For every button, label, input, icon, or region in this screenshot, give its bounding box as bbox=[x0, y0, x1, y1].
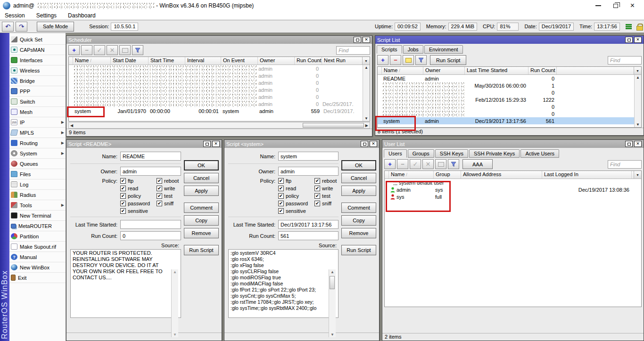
checkbox-checked-icon[interactable]: ✔ bbox=[120, 193, 126, 199]
checkbox-checked-icon[interactable]: ✔ bbox=[314, 178, 320, 184]
restore-icon[interactable] bbox=[203, 141, 211, 147]
scrollbar-thumb[interactable] bbox=[303, 123, 364, 128]
horizontal-scrollbar[interactable]: ◀ ▶ bbox=[68, 122, 370, 129]
checkbox-checked-icon[interactable]: ✔ bbox=[157, 178, 162, 184]
checkbox-checked-icon[interactable]: ✔ bbox=[314, 201, 320, 206]
sidebar-item-files[interactable]: Files bbox=[9, 169, 66, 179]
source-textarea[interactable]: :glo systemV 30RC4 :glo rosX 6346; :glo … bbox=[228, 249, 339, 318]
comment-button[interactable] bbox=[119, 45, 131, 55]
col-group[interactable]: Group bbox=[434, 171, 461, 179]
sidebar-item-queues[interactable]: Queues bbox=[9, 159, 66, 169]
sidebar-item-mesh[interactable]: Mesh bbox=[9, 107, 66, 117]
col-on-event[interactable]: On Event bbox=[221, 57, 258, 65]
sidebar-item-interfaces[interactable]: Interfaces bbox=[9, 55, 66, 65]
checkbox-checked-icon[interactable]: ✔ bbox=[314, 193, 320, 199]
copy-button[interactable]: Copy bbox=[184, 215, 219, 226]
source-textarea[interactable]: YOUR ROUTER IS PROTECTED. REINSTALLING S… bbox=[70, 249, 181, 318]
scrollbar-thumb[interactable] bbox=[330, 276, 335, 289]
vertical-scrollbar[interactable]: ▲ ▼ bbox=[363, 65, 370, 121]
policy-sniff[interactable]: ✔sniff bbox=[314, 201, 337, 206]
col-next-run[interactable]: Next Run bbox=[322, 57, 355, 65]
sidebar-item-mpls[interactable]: MPLS▶ bbox=[9, 128, 66, 138]
scroll-down-icon[interactable]: ▼ bbox=[364, 116, 368, 121]
filter-button[interactable] bbox=[132, 45, 143, 55]
tab-jobs[interactable]: Jobs bbox=[403, 45, 423, 54]
ok-button[interactable]: OK bbox=[341, 160, 376, 170]
checkbox-checked-icon[interactable]: ✔ bbox=[120, 178, 126, 184]
apply-button[interactable]: Apply bbox=[184, 186, 219, 196]
table-row[interactable]: admin0 bbox=[69, 86, 370, 93]
sidebar-item-wireless[interactable]: Wireless bbox=[9, 65, 66, 76]
col-last-time-started[interactable]: Last Time Started bbox=[465, 67, 528, 74]
tab-groups[interactable]: Groups bbox=[408, 149, 434, 158]
add-button[interactable]: + bbox=[377, 55, 388, 65]
tab-ssh-keys[interactable]: SSH Keys bbox=[435, 149, 468, 158]
apply-button[interactable]: Apply bbox=[341, 186, 376, 196]
run-script-button[interactable]: Run Script bbox=[341, 245, 376, 255]
scroll-down-icon[interactable]: ▼ bbox=[330, 333, 334, 337]
checkbox-checked-icon[interactable]: ✔ bbox=[120, 186, 126, 191]
col-owner[interactable]: Owner bbox=[423, 67, 465, 74]
policy-read[interactable]: ✔read bbox=[120, 186, 150, 191]
sidebar-item-tools[interactable]: Tools▶ bbox=[9, 200, 66, 211]
policy-policy[interactable]: ✔policy bbox=[120, 193, 150, 199]
col-interval[interactable]: Interval bbox=[185, 57, 221, 65]
cancel-button[interactable]: Cancel bbox=[184, 173, 219, 183]
script-system-titlebar[interactable]: Script <system> ✕ bbox=[224, 140, 379, 148]
column-dropdown-icon[interactable]: ▼ bbox=[634, 171, 641, 179]
sidebar-item-make-supout[interactable]: Make Supout.rif bbox=[9, 242, 66, 252]
table-row[interactable]: admin0 bbox=[69, 65, 370, 72]
checkbox-checked-icon[interactable]: ✔ bbox=[157, 193, 162, 199]
disable-button[interactable]: ✕ bbox=[422, 159, 434, 169]
column-dropdown-icon[interactable]: ▼ bbox=[362, 57, 370, 65]
table-row[interactable]: 0 bbox=[378, 110, 641, 117]
script-readme-titlebar[interactable]: Script <README> ✕ bbox=[66, 140, 222, 148]
restore-icon[interactable] bbox=[625, 37, 633, 43]
comment-button[interactable]: Comment bbox=[341, 203, 376, 213]
menu-dashboard[interactable]: Dashboard bbox=[68, 12, 96, 19]
find-input[interactable] bbox=[608, 160, 642, 169]
table-row[interactable]: admin0 bbox=[69, 79, 370, 86]
enable-button[interactable]: ✓ bbox=[410, 159, 421, 169]
sidebar-item-partition[interactable]: Partition bbox=[9, 231, 66, 242]
policy-policy[interactable]: ✔policy bbox=[278, 193, 308, 199]
script-list-titlebar[interactable]: Script List ✕ bbox=[375, 36, 644, 44]
policy-ftp[interactable]: ✔ftp bbox=[278, 178, 308, 184]
table-row[interactable]: admin0 bbox=[69, 93, 370, 100]
menu-session[interactable]: Session bbox=[5, 12, 25, 19]
tab-environment[interactable]: Environment bbox=[424, 45, 463, 54]
policy-sensitive[interactable]: ✔sensitive bbox=[120, 208, 150, 214]
scroll-up-icon[interactable]: ▲ bbox=[330, 270, 334, 274]
tab-ssh-private-keys[interactable]: SSH Private Keys bbox=[469, 149, 520, 158]
sidebar-item-system[interactable]: System▶ bbox=[9, 148, 66, 159]
add-button[interactable]: + bbox=[384, 159, 396, 169]
policy-test[interactable]: ✔test bbox=[157, 193, 179, 199]
user-list-titlebar[interactable]: User List ✕ bbox=[382, 140, 644, 148]
policy-write[interactable]: ✔write bbox=[314, 186, 337, 191]
run-script-button[interactable]: Run Script bbox=[184, 245, 219, 255]
policy-test[interactable]: ✔test bbox=[314, 193, 337, 199]
safe-mode-button[interactable]: Safe Mode bbox=[37, 22, 74, 32]
checkbox-checked-icon[interactable]: ✔ bbox=[278, 186, 284, 191]
checkbox-checked-icon[interactable]: ✔ bbox=[157, 186, 162, 191]
checkbox-checked-icon[interactable]: ✔ bbox=[278, 208, 284, 214]
column-dropdown-icon[interactable]: ▼ bbox=[634, 67, 641, 74]
checkbox-checked-icon[interactable]: ✔ bbox=[278, 178, 284, 184]
aaa-button[interactable]: AAA bbox=[462, 159, 493, 169]
close-icon[interactable]: ✕ bbox=[634, 37, 642, 43]
scheduler-titlebar[interactable]: Scheduler ✕ bbox=[66, 36, 372, 44]
checkbox-checked-icon[interactable]: ✔ bbox=[157, 201, 162, 206]
scroll-down-icon[interactable]: ▼ bbox=[636, 122, 640, 127]
sidebar-item-bridge[interactable]: Bridge bbox=[9, 76, 66, 86]
owner-field[interactable]: admin bbox=[278, 167, 339, 176]
redo-button[interactable]: ↷ bbox=[16, 22, 27, 32]
session-value[interactable]: 10.5.50.1 bbox=[111, 23, 138, 31]
restore-icon[interactable] bbox=[361, 141, 368, 147]
policy-sniff[interactable]: ✔sniff bbox=[157, 201, 179, 206]
scroll-down-icon[interactable]: ▼ bbox=[173, 333, 177, 337]
sidebar-item-ppp[interactable]: PPP bbox=[9, 86, 66, 97]
scroll-left-icon[interactable]: ◀ bbox=[69, 123, 74, 128]
close-icon[interactable]: ✕ bbox=[363, 37, 370, 43]
table-row[interactable]: Feb/12/2016 15:29:331222 bbox=[378, 96, 641, 103]
col-name[interactable]: Name/ bbox=[73, 57, 111, 65]
